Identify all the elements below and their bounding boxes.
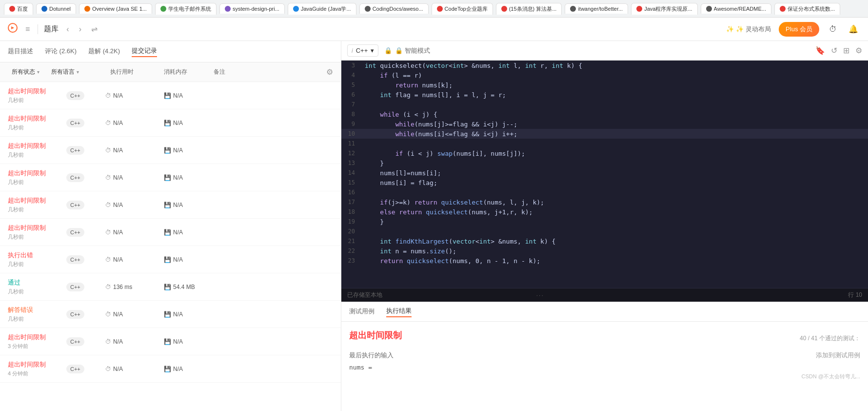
tab-description[interactable]: 题目描述 [8, 47, 33, 57]
submission-memory: 💾 N/A [164, 92, 217, 99]
browser-tab-distributed[interactable]: 保证分布式系统数... [774, 3, 840, 15]
clock-icon: ⏱ [105, 174, 111, 181]
browser-tab-baidu[interactable]: 百度 [4, 3, 33, 15]
memory-icon: 💾 [164, 256, 171, 263]
submission-row[interactable]: 超出时间限制 4 分钟前 C++ ⏱ N/A 💾 N/A [0, 355, 341, 383]
smart-mode-button[interactable]: 🔒 🔒 智能模式 [384, 46, 430, 55]
exec-time-value: N/A [113, 256, 123, 263]
line-code: int n = nums.size(); [361, 246, 868, 256]
submission-row[interactable]: 超出时间限制 几秒前 C++ ⏱ N/A 💾 N/A [0, 82, 341, 109]
tab-submissions[interactable]: 提交记录 [132, 46, 157, 57]
status-label: 超出时间限制 [8, 196, 66, 205]
submission-exec-time: ⏱ N/A [105, 256, 164, 263]
layout-button[interactable]: ✨ ✨ 灵动布局 [726, 25, 771, 34]
language-selector[interactable]: i C++ ▾ [347, 44, 378, 57]
clock-icon: ⏱ [105, 147, 111, 154]
browser-tab-csdn-algo[interactable]: (15条消息) 算法基... [496, 3, 562, 15]
settings-editor-icon[interactable]: ⚙ [855, 46, 862, 55]
lang-badge: C++ [66, 146, 84, 155]
line-code: if (i < j) swap(nums[i], nums[j]); [361, 148, 868, 158]
nav-menu-button[interactable]: ≡ [23, 23, 32, 36]
app-logo[interactable] [8, 23, 18, 35]
notify-icon[interactable]: 🔔 [847, 22, 860, 36]
submission-lang: C++ [66, 283, 105, 291]
submission-row[interactable]: 解答错误 几秒前 C++ ⏱ N/A 💾 N/A [0, 301, 341, 328]
submission-row[interactable]: 超出时间限制 几秒前 C++ ⏱ N/A 💾 N/A [0, 109, 341, 137]
code-line-13: 13 } [341, 158, 868, 168]
browser-tab-javaguide[interactable]: JavaGuide (Java学... [288, 3, 356, 15]
status-filter[interactable]: 所有状态 ▾ [8, 66, 43, 78]
code-line-22: 22 int n = nums.size(); [341, 246, 868, 256]
tab-comments[interactable]: 评论 (2.6K) [45, 47, 77, 57]
browser-tab-codetop[interactable]: CodeTop企业题库 [432, 3, 493, 15]
submission-exec-time: ⏱ N/A [105, 147, 164, 154]
nav-back-button[interactable]: ‹ [64, 23, 71, 36]
status-filter-chevron: ▾ [37, 69, 39, 75]
tab-test-cases[interactable]: 测试用例 [349, 307, 375, 317]
status-time: 几秒前 [8, 315, 66, 323]
refresh-icon[interactable]: ↺ [831, 46, 837, 55]
memory-value: N/A [173, 229, 183, 236]
memory-value: N/A [173, 120, 183, 126]
memory-icon: 💾 [164, 120, 171, 126]
plus-member-button[interactable]: Plus 会员 [779, 22, 819, 37]
submission-row[interactable]: 超出时间限制 几秒前 C++ ⏱ N/A 💾 N/A [0, 191, 341, 219]
submission-exec-time: ⏱ N/A [105, 366, 164, 372]
submission-row[interactable]: 超出时间限制 几秒前 C++ ⏱ N/A 💾 N/A [0, 137, 341, 164]
browser-tab-codingdocs[interactable]: CodingDocs/aweso... [359, 3, 429, 14]
exec-time-value: N/A [113, 147, 123, 154]
submission-status: 超出时间限制 几秒前 [8, 169, 66, 186]
submission-row[interactable]: 通过 几秒前 C++ ⏱ 136 ms 💾 54.4 MB [0, 273, 341, 301]
exec-time-value: N/A [113, 174, 123, 181]
expand-icon[interactable]: ⊞ [843, 46, 849, 55]
random-button[interactable]: ⇌ [89, 22, 99, 36]
tab-favicon [780, 6, 786, 12]
code-scroll[interactable]: 3 int quickselect(vector<int> &nums, int… [341, 61, 868, 288]
lang-filter[interactable]: 所有语言 ▾ [47, 66, 83, 78]
submission-exec-time: ⏱ N/A [105, 229, 164, 236]
tab-favicon [293, 6, 299, 12]
lang-badge: C++ [66, 91, 84, 100]
status-label: 超出时间限制 [8, 142, 66, 150]
submission-row[interactable]: 超出时间限制 几秒前 C++ ⏱ N/A 💾 N/A [0, 164, 341, 191]
clock-icon: ⏱ [105, 338, 111, 345]
exec-time-value: N/A [113, 120, 123, 126]
line-code: } [361, 217, 868, 226]
time-col-header: 执行用时 [93, 68, 151, 76]
browser-tab-student-mail[interactable]: 学生电子邮件系统 [155, 3, 217, 15]
timer-icon[interactable]: ⏱ [827, 23, 839, 36]
submission-row[interactable]: 执行出错 几秒前 C++ ⏱ N/A 💾 N/A [0, 246, 341, 273]
browser-tab-system-design[interactable]: system-design-pri... [219, 3, 285, 14]
browser-tab-java-overview[interactable]: Overview (Java SE 1... [79, 3, 152, 14]
line-number: 8 [341, 109, 361, 119]
browser-tab-java-impl[interactable]: Java程序库实现原... [631, 3, 697, 15]
submission-lang: C++ [66, 255, 105, 264]
submission-row[interactable]: 超出时间限制 几秒前 C++ ⏱ N/A 💾 N/A [0, 219, 341, 246]
status-label: 通过 [8, 278, 66, 287]
browser-tab-itwanger[interactable]: itwanger/toBetter... [565, 3, 628, 14]
memory-icon: 💾 [164, 311, 171, 318]
nav-forward-button[interactable]: › [77, 23, 83, 36]
submission-memory: 💾 54.4 MB [164, 284, 217, 290]
tab-label: 保证分布式系统数... [788, 5, 835, 13]
right-panel: i C++ ▾ 🔒 🔒 智能模式 🔖 ↺ ⊞ ⚙ 3 [341, 41, 868, 411]
code-line-6: 6 int flag = nums[l], i = l, j = r; [341, 90, 868, 100]
submission-row[interactable]: 超出时间限制 3 分钟前 C++ ⏱ N/A 💾 N/A [0, 328, 341, 355]
browser-tab-awesome-readme[interactable]: Awesome/README... [701, 3, 771, 14]
code-line-3: 3 int quickselect(vector<int> &nums, int… [341, 61, 868, 70]
browser-tab-dotunnel[interactable]: Dotunnel [36, 3, 76, 14]
bookmark-icon[interactable]: 🔖 [815, 46, 825, 55]
status-time: 几秒前 [8, 288, 66, 295]
lang-badge: C++ [66, 119, 84, 127]
tab-label: 学生电子邮件系统 [168, 5, 211, 13]
lang-badge: C++ [66, 365, 84, 373]
add-test-button[interactable]: 添加到测试用例 [816, 351, 860, 360]
code-line-8: 8 while (i < j) { [341, 109, 868, 119]
code-editor[interactable]: 3 int quickselect(vector<int> &nums, int… [341, 61, 868, 288]
tab-solutions[interactable]: 题解 (4.2K) [88, 47, 120, 57]
line-number: 22 [341, 246, 361, 256]
settings-icon[interactable]: ⚙ [326, 67, 333, 77]
code-line-16: 16 [341, 187, 868, 197]
input-value: nums = [349, 364, 860, 371]
tab-exec-result[interactable]: 执行结果 [386, 307, 412, 317]
